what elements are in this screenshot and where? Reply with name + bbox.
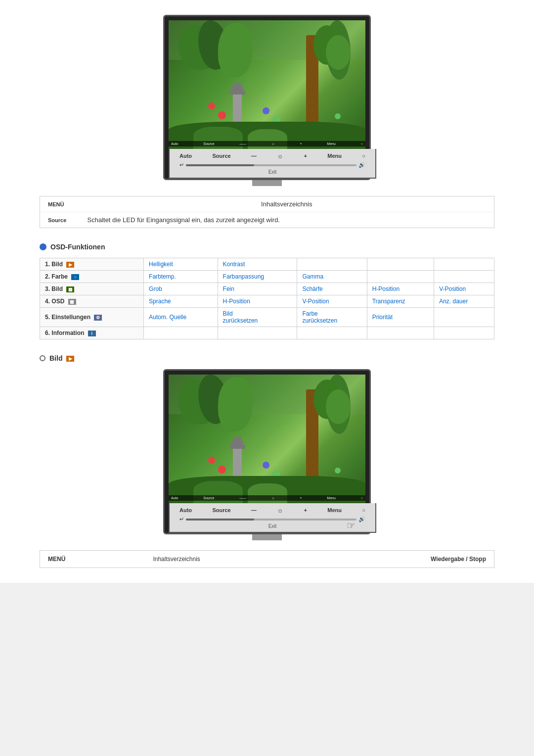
vposition2-link[interactable]: V-Position bbox=[297, 295, 367, 308]
table-row: 1. Bild ▶ Helligkeit Kontrast bbox=[40, 258, 494, 271]
auto-button-2[interactable]: Auto bbox=[179, 507, 192, 513]
empty-cell bbox=[434, 258, 494, 271]
bottom-toc-label: Inhaltsverzeichnis bbox=[80, 551, 274, 568]
source-button[interactable]: Source bbox=[212, 153, 230, 159]
osd-section-label: OSD-Funktionen bbox=[50, 243, 105, 251]
osd-table: 1. Bild ▶ Helligkeit Kontrast 2. Farbe ○… bbox=[40, 258, 494, 339]
power-icon[interactable]: ○ bbox=[362, 153, 365, 159]
hposition2-link[interactable]: H-Position bbox=[218, 295, 297, 308]
table-row: 3. Bild ▦ Grob Fein Schärfe H-Position V… bbox=[40, 283, 494, 295]
menu-item-information: 6. Information i bbox=[40, 327, 144, 339]
bild-label: Bild ▶ bbox=[49, 354, 74, 362]
volume-icon: 🔊 bbox=[358, 162, 365, 168]
helligkeit-link[interactable]: Helligkeit bbox=[144, 258, 218, 271]
hposition-link[interactable]: H-Position bbox=[367, 283, 434, 295]
osd-bar-1: AutoSource——☼+Menu○ bbox=[169, 141, 365, 146]
empty-cell bbox=[367, 258, 434, 271]
gamma-link[interactable]: Gamma bbox=[297, 271, 367, 283]
toc-header-1: Inhaltsverzeichnis bbox=[80, 196, 494, 212]
open-circle-icon bbox=[40, 355, 45, 361]
monitor-section-2: AutoSource——☼+Menu○ Auto Source — ☼ + Me… bbox=[40, 369, 494, 540]
empty-cell bbox=[297, 258, 367, 271]
enter-icon-2: ↵ bbox=[179, 516, 184, 522]
osd-icon: ▦ bbox=[68, 299, 76, 305]
table-row: 6. Information i bbox=[40, 327, 494, 339]
exit-label: Exit bbox=[175, 169, 370, 175]
minus-button[interactable]: — bbox=[251, 153, 257, 159]
grob-link[interactable]: Grob bbox=[144, 283, 218, 295]
menu-button-2[interactable]: Menu bbox=[327, 507, 342, 513]
empty-cell bbox=[367, 271, 434, 283]
hand-cursor-icon: ☞ bbox=[347, 520, 356, 531]
table-row: 5. Einstellungen ⚙ Autom. Quelle Bildzur… bbox=[40, 308, 494, 327]
empty-cell bbox=[434, 327, 494, 339]
bild-section-title: Bild ▶ bbox=[40, 354, 494, 362]
minus-button-2[interactable]: — bbox=[251, 507, 257, 513]
bild3-icon: ▦ bbox=[66, 286, 74, 292]
power-icon-2[interactable]: ○ bbox=[362, 507, 365, 513]
osd-section-title: OSD-Funktionen bbox=[40, 243, 494, 251]
monitor-stand-2 bbox=[252, 534, 282, 540]
slider-bar bbox=[186, 164, 356, 166]
bild-sub-icon: ▶ bbox=[66, 356, 74, 362]
exit-label-2: Exit ☞ bbox=[175, 523, 370, 529]
monitor-section-1: AutoSource——☼+Menu○ Auto Source — ☼ + Me… bbox=[40, 15, 494, 186]
menu-item-osd: 4. OSD ▦ bbox=[40, 295, 144, 308]
source-label: Source bbox=[40, 212, 80, 228]
monitor-frame-2: AutoSource——☼+Menu○ Auto Source — ☼ + Me… bbox=[163, 369, 371, 534]
monitor-screen-1: AutoSource——☼+Menu○ bbox=[169, 20, 365, 149]
empty-cell bbox=[144, 327, 218, 339]
transparenz-link[interactable]: Transparenz bbox=[367, 295, 434, 308]
bild-zurueck-link[interactable]: Bildzurücksetzen bbox=[218, 308, 297, 327]
menu-item-farbe: 2. Farbe ○ bbox=[40, 271, 144, 283]
anzdauer-link[interactable]: Anz. dauer bbox=[434, 295, 494, 308]
info-table-1: MENÜ Inhaltsverzeichnis Source Schaltet … bbox=[40, 196, 494, 228]
blue-circle-icon bbox=[40, 243, 46, 250]
brightness-icon: ☼ bbox=[277, 152, 283, 160]
bottom-right-label: Wiedergabe / Stopp bbox=[274, 551, 494, 568]
empty-cell bbox=[367, 327, 434, 339]
monitor-stand-1 bbox=[252, 180, 282, 186]
kontrast-link[interactable]: Kontrast bbox=[218, 258, 297, 271]
brightness-icon-2: ☼ bbox=[277, 506, 283, 514]
prioritaet-link[interactable]: Priorität bbox=[367, 308, 434, 327]
farbe-zurueck-link[interactable]: Farbezurücksetzen bbox=[297, 308, 367, 327]
plus-button-2[interactable]: + bbox=[304, 507, 307, 513]
osd-bar-2: AutoSource——☼+Menu○ bbox=[169, 495, 365, 501]
monitor-frame-1: AutoSource——☼+Menu○ Auto Source — ☼ + Me… bbox=[163, 15, 371, 180]
einstellungen-icon: ⚙ bbox=[94, 315, 102, 321]
farbe-icon: ○ bbox=[71, 274, 79, 280]
autom-quelle-link[interactable]: Autom. Quelle bbox=[144, 308, 218, 327]
table-row: 4. OSD ▦ Sprache H-Position V-Position T… bbox=[40, 295, 494, 308]
menu-item-bild1: 1. Bild ▶ bbox=[40, 258, 144, 271]
menu-button[interactable]: Menu bbox=[327, 153, 342, 159]
monitor-controls-1: Auto Source — ☼ + Menu ○ ↵ 🔊 Exit bbox=[169, 149, 376, 179]
schaerfe-link[interactable]: Schärfe bbox=[297, 283, 367, 295]
bild1-icon: ▶ bbox=[66, 262, 74, 268]
sprache-link[interactable]: Sprache bbox=[144, 295, 218, 308]
source-desc: Schaltet die LED für Eingangssignal ein,… bbox=[80, 212, 494, 228]
bottom-info-table: MENÜ Inhaltsverzeichnis Wiedergabe / Sto… bbox=[40, 550, 494, 568]
volume-icon-2: 🔊 bbox=[358, 516, 365, 522]
table-row: 2. Farbe ○ Farbtemp. Farbanpassung Gamma bbox=[40, 271, 494, 283]
monitor-controls-2: Auto Source — ☼ + Menu ○ ↵ 🔊 Exit ☞ bbox=[169, 503, 376, 533]
information-icon: i bbox=[88, 331, 96, 336]
slider-bar-2 bbox=[186, 519, 356, 520]
empty-cell bbox=[218, 327, 297, 339]
plus-button[interactable]: + bbox=[304, 153, 307, 159]
empty-cell bbox=[434, 271, 494, 283]
enter-icon: ↵ bbox=[179, 162, 184, 168]
bottom-menu-label: MENÜ bbox=[40, 551, 80, 568]
empty-cell bbox=[297, 327, 367, 339]
menu-item-einstellungen: 5. Einstellungen ⚙ bbox=[40, 308, 144, 327]
vposition-link[interactable]: V-Position bbox=[434, 283, 494, 295]
fein-link[interactable]: Fein bbox=[218, 283, 297, 295]
farbanpassung-link[interactable]: Farbanpassung bbox=[218, 271, 297, 283]
menu-item-bild3: 3. Bild ▦ bbox=[40, 283, 144, 295]
monitor-screen-2: AutoSource——☼+Menu○ bbox=[169, 375, 365, 503]
auto-button[interactable]: Auto bbox=[179, 153, 192, 159]
source-button-2[interactable]: Source bbox=[212, 507, 230, 513]
empty-cell bbox=[434, 308, 494, 327]
farbtemp-link[interactable]: Farbtemp. bbox=[144, 271, 218, 283]
menu-label-1: MENÜ bbox=[40, 196, 80, 212]
